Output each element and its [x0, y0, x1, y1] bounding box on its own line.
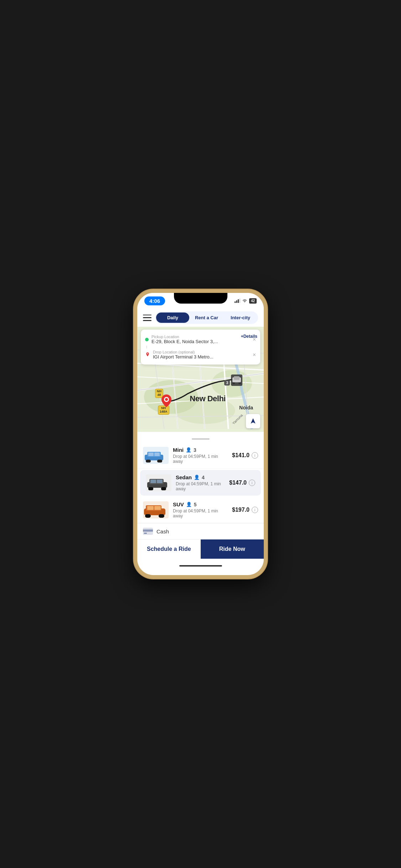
pickup-value[interactable]: E-29, Block E, Noida Sector 3,... — [151, 339, 250, 344]
noida-map-label: Noida — [239, 405, 253, 410]
sedan-desc: Drop at 04:59PM, 1 min away — [176, 481, 225, 491]
sedan-name: Sedan — [176, 474, 192, 480]
pickup-dot-icon — [145, 338, 149, 341]
sedan-car-image — [146, 474, 171, 491]
drop-value[interactable]: IGI Airport Terminal 3 Metro... — [153, 354, 250, 360]
map-container: Loni New Delhi Noida Yamuna NH48 NH148A … — [137, 327, 264, 432]
mini-person-icon: 👤 — [186, 447, 191, 453]
svg-rect-19 — [157, 460, 162, 463]
svg-rect-35 — [154, 506, 161, 510]
svg-rect-3 — [239, 299, 240, 303]
svg-rect-21 — [154, 453, 160, 456]
mini-capacity: 3 — [194, 447, 196, 453]
sedan-price-col: $147.0 i — [229, 480, 255, 486]
payment-icon — [143, 528, 153, 535]
svg-rect-0 — [235, 301, 236, 303]
svg-rect-37 — [143, 529, 153, 532]
drop-pin-icon — [145, 352, 150, 357]
connector-line — [146, 346, 147, 348]
schedule-ride-button[interactable]: Schedule a Ride — [137, 539, 201, 559]
svg-rect-2 — [238, 299, 239, 303]
sedan-capacity: 4 — [202, 475, 205, 480]
mini-price: $141.0 — [232, 452, 250, 459]
tab-daily[interactable]: Daily — [156, 312, 189, 323]
drag-handle[interactable] — [137, 432, 264, 443]
suv-info-button[interactable]: i — [252, 507, 258, 513]
svg-rect-27 — [150, 480, 156, 483]
phone-frame: 4:06 42 — [134, 289, 267, 579]
svg-rect-18 — [146, 460, 151, 463]
tab-rent-a-car[interactable]: Rent a Car — [190, 312, 223, 323]
mini-name: Mini — [173, 447, 184, 453]
pickup-row: Pickup Location E-29, Block E, Noida Sec… — [145, 333, 256, 346]
sedan-price: $147.0 — [229, 480, 247, 486]
drag-handle-bar — [192, 438, 210, 440]
details-link[interactable]: +Details — [241, 334, 257, 339]
suv-price: $197.0 — [232, 507, 250, 513]
svg-rect-14 — [238, 382, 241, 384]
mini-price-col: $141.0 i — [232, 452, 258, 459]
ride-options-list: Mini 👤 3 Drop at 04:59PM, 1 min away $14… — [137, 443, 264, 539]
wifi-icon — [242, 299, 247, 303]
phone-inner: 4:06 42 — [137, 293, 264, 575]
svg-rect-26 — [161, 487, 166, 490]
status-bar: 4:06 42 — [137, 293, 264, 309]
home-indicator — [137, 559, 264, 572]
svg-rect-13 — [232, 382, 235, 384]
ride-option-sedan[interactable]: Sedan 👤 4 Drop at 04:59PM, 1 min away $1… — [140, 470, 261, 496]
car-map-icon — [231, 374, 242, 387]
airport-pin — [161, 394, 171, 409]
ride-option-suv[interactable]: SUV 👤 5 Drop at 04:59PM, 1 min away $197… — [137, 497, 264, 523]
tabs-container: Daily Rent a Car Inter-city — [155, 311, 258, 324]
ride-option-mini[interactable]: Mini 👤 3 Drop at 04:59PM, 1 min away $14… — [137, 443, 264, 469]
svg-rect-20 — [148, 453, 154, 456]
svg-rect-32 — [145, 514, 151, 518]
sedan-person-icon: 👤 — [194, 475, 200, 480]
tab-intercity[interactable]: Inter-city — [224, 312, 257, 323]
svg-rect-1 — [236, 300, 237, 303]
mini-info: Mini 👤 3 Drop at 04:59PM, 1 min away — [173, 447, 228, 464]
suv-info: SUV 👤 5 Drop at 04:59PM, 1 min away — [173, 501, 228, 518]
hamburger-menu-icon[interactable] — [143, 315, 151, 321]
svg-rect-28 — [157, 480, 163, 483]
sedan-info-button[interactable]: i — [249, 480, 255, 486]
svg-rect-25 — [148, 487, 153, 490]
suv-desc: Drop at 04:59PM, 1 min away — [173, 508, 228, 518]
svg-rect-12 — [234, 376, 240, 380]
payment-method-label: Cash — [156, 528, 169, 534]
suv-capacity: 5 — [194, 502, 197, 507]
pickup-label: Pickup Location — [151, 335, 250, 339]
location-overlay: Pickup Location E-29, Block E, Noida Sec… — [141, 330, 260, 365]
suv-name: SUV — [173, 501, 184, 507]
sedan-info: Sedan 👤 4 Drop at 04:59PM, 1 min away — [176, 474, 225, 491]
status-icons: 42 — [235, 298, 257, 304]
mini-info-button[interactable]: i — [252, 452, 258, 459]
svg-point-9 — [165, 398, 168, 401]
mini-desc: Drop at 04:59PM, 1 min away — [173, 454, 228, 464]
svg-rect-33 — [159, 514, 164, 518]
battery-icon: 42 — [249, 298, 257, 304]
svg-rect-38 — [144, 533, 147, 534]
home-bar — [179, 565, 222, 567]
nav-bar: Daily Rent a Car Inter-city — [137, 309, 264, 327]
drop-label: Drop Location (optional) — [153, 350, 250, 354]
drop-row: Drop Location (optional) IGI Airport Ter… — [145, 348, 256, 361]
suv-car-image — [143, 501, 169, 518]
bottom-buttons: Schedule a Ride Ride Now — [137, 539, 264, 559]
drop-clear-button[interactable]: × — [253, 352, 256, 358]
svg-rect-34 — [147, 506, 154, 510]
mini-car-image — [143, 447, 169, 464]
signal-icon — [235, 299, 240, 303]
suv-person-icon: 👤 — [186, 502, 192, 507]
status-time: 4:06 — [144, 296, 165, 305]
payment-row[interactable]: Cash — [137, 523, 264, 539]
suv-price-col: $197.0 i — [232, 507, 258, 513]
route-number-badge: 3 — [224, 380, 230, 386]
navigation-button[interactable] — [246, 414, 260, 428]
notch — [174, 293, 227, 304]
ride-now-button[interactable]: Ride Now — [201, 539, 264, 559]
